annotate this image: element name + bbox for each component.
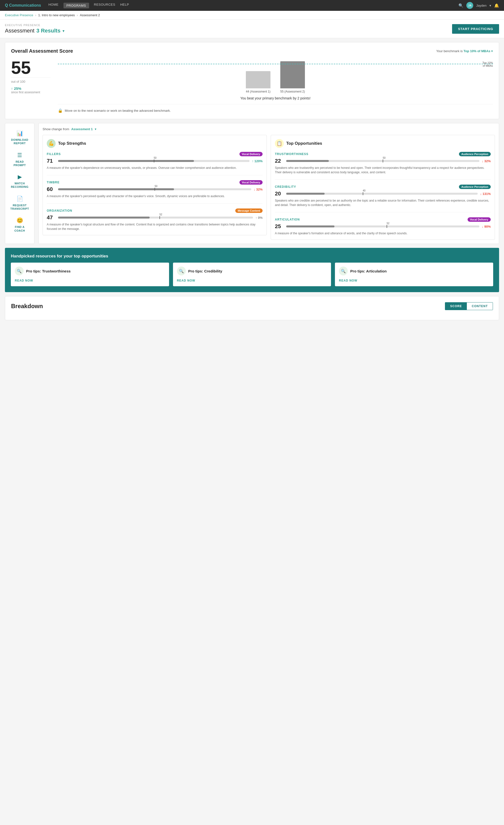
resource-name-1: Pro tips: Credibility	[188, 269, 222, 273]
fillers-row: 71 50 ↑ 120%	[47, 158, 263, 164]
resource-read-2[interactable]: READ NOW	[339, 279, 357, 282]
chevron-down-icon[interactable]: ▾	[63, 28, 65, 33]
org-benchmark-label: 52	[159, 213, 162, 216]
org-name: ORGANIZATION	[47, 209, 72, 212]
show-change-dropdown[interactable]: Assessment 1	[71, 127, 92, 131]
strengths-opportunities-section: Show change from Assessment 1 ▾ 💪 Top St…	[39, 123, 499, 244]
timbre-benchmark-label: 50	[154, 185, 157, 188]
nav-username[interactable]: Jayden	[476, 4, 487, 7]
fillers-bar-track: 50	[58, 160, 249, 162]
breadcrumb-part-3: Assessment 2	[80, 13, 100, 17]
timbre-bar-track: 50	[58, 188, 251, 190]
timbre-score: 60	[47, 186, 56, 193]
top-opportunities-card: 📋 Top Opportunities TRUSTWORTHINESS Audi…	[271, 135, 495, 240]
timbre-badge: Vocal Delivery	[239, 180, 263, 184]
bell-icon[interactable]: 🔔	[494, 3, 499, 8]
top-strengths-column: 💪 Top Strengths FILLERS Vocal Delivery 7…	[43, 135, 267, 240]
opportunities-icon: 📋	[275, 139, 284, 148]
timbre-name: TIMBRE	[47, 181, 60, 184]
download-icon: 📊	[16, 130, 23, 137]
resource-header-0: 🔍 Pro tips: Trustworthiness	[15, 267, 165, 276]
benchmark-dropdown-icon[interactable]: ▾	[491, 49, 493, 53]
bar-assessment-2: 55 (Assessment 2)	[280, 61, 305, 93]
fillers-score: 71	[47, 158, 56, 164]
read-label: READPROMPT	[13, 160, 26, 167]
org-badge: Message Content	[235, 209, 263, 213]
artic-desc: A measure of the speaker's formation and…	[275, 231, 491, 235]
benchmark-dashed-line	[58, 64, 493, 64]
download-report-button[interactable]: 📊 DOWNLOADREPORT	[8, 127, 31, 148]
bar-1	[246, 71, 271, 88]
top-strengths-card: 💪 Top Strengths FILLERS Vocal Delivery 7…	[43, 135, 267, 235]
org-row: 47 52 ↑ 0%	[47, 214, 263, 221]
fillers-desc: A measure of the speaker's dependence on…	[47, 166, 263, 170]
resource-card-credibility: 🔍 Pro tips: Credibility READ NOW	[173, 262, 331, 286]
download-label: DOWNLOADREPORT	[11, 138, 28, 145]
columns: 💪 Top Strengths FILLERS Vocal Delivery 7…	[43, 135, 495, 240]
opportunities-title: Top Opportunities	[286, 141, 322, 146]
actions-sidebar: 📊 DOWNLOADREPORT ☰ READPROMPT ▶ WATCHREC…	[5, 123, 34, 244]
resources-cards: 🔍 Pro tips: Trustworthiness READ NOW 🔍 P…	[11, 262, 493, 286]
metric-trustworthiness: TRUSTWORTHINESS Audience Perception 22 5…	[275, 152, 491, 180]
request-transcript-button[interactable]: 📄 REQUESTTRANSCRIPT	[8, 193, 31, 214]
trust-row: 22 50 ↓ 32%	[275, 158, 491, 164]
tab-score[interactable]: SCORE	[445, 302, 467, 310]
page-header-left: EXECUTIVE PRESENCE Assessment 3 Results …	[5, 24, 65, 34]
nav-home[interactable]: HOME	[49, 3, 59, 8]
logo-accent: Q	[5, 3, 8, 7]
assessment-label: Assessment	[5, 27, 34, 34]
nav-links: HOME PROGRAMS RESOURCES HELP	[49, 3, 458, 8]
watch-recording-button[interactable]: ▶ WATCHRECORDING	[8, 171, 31, 192]
trust-score: 22	[275, 158, 284, 164]
tab-content[interactable]: CONTENT	[467, 302, 493, 310]
artic-header: ARTICULATION Vocal Delivery	[275, 217, 491, 222]
page-header: EXECUTIVE PRESENCE Assessment 3 Results …	[0, 20, 504, 38]
resource-icon-0: 🔍	[15, 267, 24, 276]
watch-label: WATCHRECORDING	[11, 181, 28, 189]
breadcrumb: Executive Presence › 1. Intro to new emp…	[0, 11, 504, 20]
resource-read-1[interactable]: READ NOW	[177, 279, 195, 282]
benchmark-link[interactable]: Top 10% of MBAs	[463, 49, 491, 53]
chevron-down-icon[interactable]: ▾	[490, 4, 491, 7]
nav-resources[interactable]: RESOURCES	[94, 3, 116, 8]
show-change-label: Show change from	[43, 127, 69, 131]
read-icon: ☰	[17, 152, 22, 158]
next-step: 🔒 Move on to the next scenario or work o…	[58, 104, 493, 113]
timbre-header: TIMBRE Vocal Delivery	[47, 180, 263, 184]
strengths-icon: 💪	[47, 139, 56, 148]
chevron-down-icon[interactable]: ▾	[95, 127, 96, 131]
resources-title: Handpicked resources for your top opport…	[11, 254, 493, 259]
nav-right: 🔍 JA Jayden ▾ 🔔	[458, 2, 499, 9]
metric-articulation: ARTICULATION Vocal Delivery 25 52	[275, 217, 491, 235]
breadcrumb-link-1[interactable]: Executive Presence	[5, 13, 33, 17]
next-step-text: Move on to the next scenario or work on …	[65, 109, 171, 112]
fillers-bar-fill	[58, 160, 194, 162]
breakdown-section: Breakdown SCORE CONTENT	[5, 296, 499, 320]
breadcrumb-part-2: 1. Intro to new employees	[38, 13, 75, 17]
trust-bar-track: 50	[286, 160, 480, 162]
timbre-row: 60 50 ↓ 32%	[47, 186, 263, 193]
score-change-label: since first assessment	[11, 91, 51, 94]
org-score: 47	[47, 214, 56, 221]
find-coach-button[interactable]: 😊 FIND ACOACH	[8, 214, 31, 235]
transcript-icon: 📄	[16, 196, 23, 202]
timbre-benchmark-tick	[154, 188, 155, 191]
breakdown-tabs: SCORE CONTENT	[445, 302, 493, 310]
resource-icon-1: 🔍	[177, 267, 186, 276]
search-icon[interactable]: 🔍	[458, 3, 463, 8]
cred-desc: Speakers who are credible are perceived …	[275, 198, 491, 207]
start-practicing-button[interactable]: START PRACTICING	[452, 24, 499, 34]
results-label[interactable]: 3 Results	[37, 27, 61, 34]
score-card-title: Overall Assessment Score	[11, 48, 73, 54]
org-bar-track: 52	[58, 217, 253, 219]
resource-read-0[interactable]: READ NOW	[15, 279, 33, 282]
trust-benchmark-tick	[383, 159, 383, 162]
score-left: 55 out of 100 ↑ 25% since first assessme…	[11, 59, 51, 94]
trust-desc: Speakers who are trustworthy are perceiv…	[275, 166, 491, 174]
bar-chart: Top 10%of MBAs 44 (Assessment 1) 55 (Ass…	[58, 59, 493, 93]
timbre-change: ↓ 32%	[254, 188, 263, 191]
resource-card-articulation: 🔍 Pro tips: Articulation READ NOW	[335, 262, 493, 286]
nav-help[interactable]: HELP	[120, 3, 129, 8]
read-prompt-button[interactable]: ☰ READPROMPT	[8, 149, 31, 170]
nav-programs[interactable]: PROGRAMS	[64, 3, 89, 8]
